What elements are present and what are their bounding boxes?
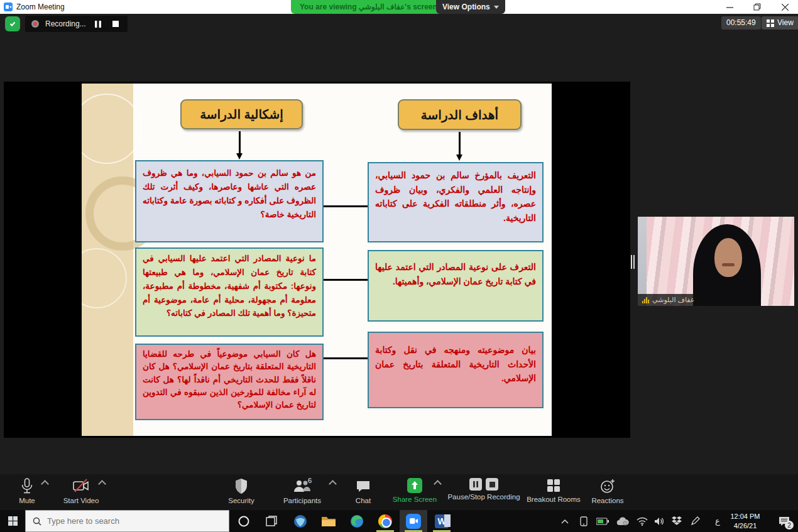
meeting-timer: 00:55:49 (721, 16, 761, 30)
stop-icon (112, 21, 119, 27)
stop-recording-button[interactable] (110, 21, 121, 27)
participants-button[interactable]: Participants 6 (268, 478, 337, 504)
clock-time: 12:04 PM (730, 512, 760, 521)
pause-recording-button[interactable] (92, 21, 104, 28)
problem-box-1: من هو سالم بن حمود السيابي، وما هي ظروف … (135, 160, 324, 242)
chevron-down-icon (494, 6, 499, 9)
security-app-icon[interactable] (287, 510, 314, 532)
file-explorer-icon[interactable] (315, 510, 342, 532)
audio-level-icon (642, 297, 649, 303)
zoom-app-icon (4, 3, 13, 11)
minimize-button[interactable] (719, 0, 740, 14)
close-icon (782, 4, 789, 11)
meeting-toolbar: Mute Start Video Security Participants 6… (0, 474, 798, 510)
pause-icon (95, 21, 101, 28)
chrome-browser-icon[interactable] (371, 510, 399, 532)
breakout-rooms-icon (546, 478, 561, 493)
zoom-meeting-window: Zoom Meeting You are viewing عفاف البلوش… (0, 0, 798, 532)
minimize-icon (726, 4, 733, 11)
wifi-icon[interactable] (633, 510, 651, 532)
task-view-button[interactable] (258, 510, 285, 532)
onedrive-icon[interactable] (614, 510, 631, 532)
presentation-slide: إشكالية الدراسة أهداف الدراسة من هو سالم… (82, 84, 552, 436)
participant-name: عفاف البلوشي (652, 296, 694, 304)
zoom-taskbar-icon[interactable] (400, 510, 427, 532)
shared-screen-stage: إشكالية الدراسة أهداف الدراسة من هو سالم… (4, 82, 630, 438)
stop-recording-icon[interactable] (486, 478, 498, 491)
your-phone-icon[interactable] (575, 510, 593, 532)
edge-browser-icon[interactable] (343, 510, 371, 532)
video-panel-collapse-handle[interactable] (631, 255, 635, 269)
search-input[interactable] (47, 516, 204, 526)
meeting-security-shield-icon[interactable] (5, 16, 20, 31)
study-problem-title: إشكالية الدراسة (180, 99, 303, 129)
language-indicator[interactable]: ع (709, 510, 726, 532)
recording-label: Recording... (45, 19, 86, 28)
pause-recording-icon[interactable] (469, 478, 482, 491)
close-button[interactable] (774, 0, 795, 14)
window-title: Zoom Meeting (16, 3, 65, 11)
participant-face (714, 238, 742, 277)
problem-box-3: هل كان السيابي موضوعياً في طرحه للقضايا … (135, 344, 324, 420)
video-options-chevron[interactable] (99, 480, 106, 486)
windows-ink-icon[interactable] (686, 510, 704, 532)
chat-bubble-icon (356, 478, 371, 494)
restore-button[interactable] (746, 0, 768, 14)
down-arrow (239, 131, 241, 154)
share-screen-icon (407, 478, 422, 493)
action-center-button[interactable]: 2 (772, 510, 797, 532)
search-icon (33, 517, 41, 526)
chevron-up-icon (561, 519, 569, 524)
shield-icon (234, 478, 248, 494)
study-objectives-title: أهداف الدراسة (398, 99, 522, 130)
pause-stop-recording-button[interactable]: Pause/Stop Recording (440, 478, 528, 501)
view-options-button[interactable]: View Options (436, 0, 505, 14)
participant-name-label: عفاف البلوشي (638, 294, 699, 306)
viewing-screen-banner: You are viewing عفاف البلوشي's screen (291, 0, 446, 14)
grid-view-icon (767, 19, 774, 27)
recording-indicator: Recording... (25, 16, 128, 32)
windows-logo-icon (8, 516, 18, 526)
participants-count: 6 (308, 477, 312, 484)
objective-box-2: التعرف على نوعية المصادر التي اعتمد عليه… (368, 250, 544, 322)
camera-off-icon (72, 478, 90, 494)
view-layout-button[interactable]: View (762, 16, 798, 30)
objective-box-3: بيان موضوعيته ومنهجه في نقل وكتابة الأحد… (368, 332, 544, 408)
dropbox-icon[interactable] (668, 510, 686, 532)
reactions-button[interactable]: Reactions (573, 478, 642, 504)
connector-line (324, 357, 368, 359)
objective-box-1: التعريف بالمؤرخ سالم بن حمود السيابي، وإ… (368, 162, 544, 242)
record-dot-icon (31, 20, 39, 28)
security-button[interactable]: Security (207, 478, 276, 504)
down-arrow (459, 132, 461, 155)
notification-count-badge: 2 (785, 521, 794, 529)
title-bar: Zoom Meeting You are viewing عفاف البلوش… (0, 0, 798, 14)
taskbar-clock[interactable]: 12:04 PM 4/26/21 (726, 510, 765, 532)
speaker-icon[interactable] (650, 510, 668, 532)
connector-line (324, 205, 368, 207)
cortana-icon (238, 515, 250, 528)
windows-taskbar: W ع 12:04 PM 4/26/21 (0, 510, 798, 532)
battery-icon[interactable] (594, 510, 611, 532)
word-document-page (444, 514, 451, 527)
reactions-smiley-icon (599, 478, 616, 494)
cortana-button[interactable] (230, 510, 258, 532)
view-options-label: View Options (442, 0, 490, 14)
camera-icon (410, 518, 418, 524)
tray-show-hidden-icons[interactable] (556, 510, 574, 532)
clock-date: 4/26/21 (734, 521, 757, 530)
view-label: View (777, 16, 794, 30)
problem-box-2: ما نوعية المصادر التي اعتمد عليها السياب… (135, 247, 324, 337)
word-app-icon[interactable]: W (428, 510, 456, 532)
start-button[interactable] (0, 510, 25, 532)
restore-icon (753, 3, 761, 11)
task-view-icon (265, 515, 278, 528)
participant-video-tile[interactable]: عفاف البلوشي (638, 217, 794, 306)
taskbar-search[interactable] (25, 510, 229, 532)
connector-line (324, 279, 368, 281)
microphone-icon (20, 478, 34, 494)
